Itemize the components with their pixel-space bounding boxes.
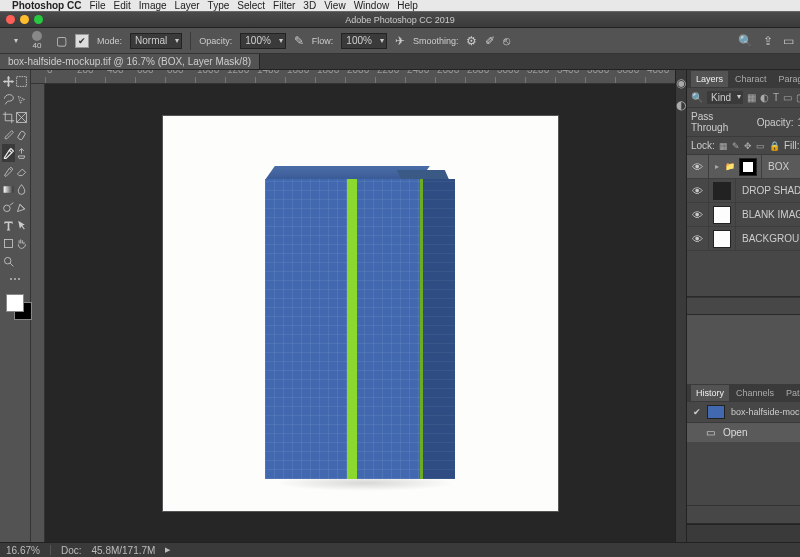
tab-history[interactable]: History xyxy=(691,385,729,401)
frame-tool[interactable] xyxy=(15,108,28,126)
tool-preset-picker[interactable]: ▾ xyxy=(14,36,18,45)
adjustments-panel-icon[interactable]: ◐ xyxy=(676,98,686,112)
tab-character[interactable]: Charact xyxy=(730,71,772,87)
tab-paragraph[interactable]: Paragra xyxy=(774,71,800,87)
history-state[interactable]: ▭ Open xyxy=(687,423,800,442)
filter-shape-icon[interactable]: ▭ xyxy=(783,92,792,103)
layer-visibility-toggle[interactable]: 👁 xyxy=(687,227,709,250)
lasso-tool[interactable] xyxy=(2,90,15,108)
workspace-switcher-icon[interactable]: ▭ xyxy=(783,34,794,48)
layer-thumbs xyxy=(709,227,736,250)
gradient-tool[interactable] xyxy=(2,180,15,198)
history-snapshot[interactable]: ✔ box-halfside-mockup.tif xyxy=(687,402,800,423)
viewport[interactable] xyxy=(45,84,675,542)
menu-type[interactable]: Type xyxy=(208,0,230,11)
brush-tool[interactable] xyxy=(2,144,15,162)
pressure-opacity-icon[interactable]: ✎ xyxy=(294,34,304,48)
menu-edit[interactable]: Edit xyxy=(114,0,131,11)
brush-preset-picker[interactable]: 40 xyxy=(26,30,48,52)
layer-name[interactable]: BOX xyxy=(762,161,789,172)
menu-view[interactable]: View xyxy=(324,0,346,11)
hand-tool[interactable] xyxy=(15,234,28,252)
type-tool[interactable] xyxy=(2,216,15,234)
filter-pixel-icon[interactable]: ▦ xyxy=(747,92,756,103)
dodge-tool[interactable] xyxy=(2,198,15,216)
horizontal-ruler[interactable] xyxy=(31,70,675,84)
foreground-color-well[interactable] xyxy=(6,294,24,312)
airbrush-icon[interactable]: ✈ xyxy=(395,34,405,48)
menu-layer[interactable]: Layer xyxy=(175,0,200,11)
menu-filter[interactable]: Filter xyxy=(273,0,295,11)
blend-mode-dropdown[interactable]: Normal xyxy=(130,33,182,49)
marquee-tool[interactable] xyxy=(15,72,28,90)
search-icon[interactable]: 🔍 xyxy=(738,34,753,48)
layer-visibility-toggle[interactable]: 👁 xyxy=(687,179,709,202)
menu-3d[interactable]: 3D xyxy=(303,0,316,11)
tab-layers[interactable]: Layers xyxy=(691,71,728,87)
zoom-tool[interactable] xyxy=(2,252,15,270)
layer-thumb[interactable] xyxy=(713,182,731,200)
vertical-ruler[interactable] xyxy=(31,84,45,542)
filter-smart-icon[interactable]: ▢ xyxy=(796,92,800,103)
smoothing-gear-icon[interactable]: ⚙ xyxy=(466,34,477,48)
opacity-dropdown[interactable]: 100% xyxy=(240,33,286,49)
symmetry-icon[interactable]: ⎋ xyxy=(503,34,510,48)
layer-row[interactable]: 👁▸📁BOX xyxy=(687,155,800,179)
eraser-tool[interactable] xyxy=(15,162,28,180)
healing-tool[interactable] xyxy=(15,126,28,144)
lock-artboard-icon[interactable]: ▭ xyxy=(756,141,765,151)
menu-window[interactable]: Window xyxy=(354,0,390,11)
menu-help[interactable]: Help xyxy=(397,0,418,11)
lock-pixels-icon[interactable]: ✎ xyxy=(732,141,740,151)
blend-mode-dropdown[interactable]: Pass Through xyxy=(691,111,753,133)
layer-visibility-toggle[interactable]: 👁 xyxy=(687,203,709,226)
pen-tool[interactable] xyxy=(15,198,28,216)
filter-icon[interactable]: 🔍 xyxy=(691,92,703,103)
toolbox: ⋯ xyxy=(0,70,31,542)
lock-transparency-icon[interactable]: ▦ xyxy=(719,141,728,151)
layer-mask-thumb[interactable] xyxy=(739,158,757,176)
document-tab[interactable]: box-halfside-mockup.tif @ 16.7% (BOX, La… xyxy=(0,54,260,69)
path-select-tool[interactable] xyxy=(15,216,28,234)
layer-thumb[interactable] xyxy=(713,206,731,224)
filter-kind-dropdown[interactable]: Kind xyxy=(707,91,743,104)
layer-name[interactable]: DROP SHADOW xyxy=(736,185,800,196)
brush-panel-toggle[interactable]: ▢ xyxy=(56,34,67,48)
airbrush-toggle[interactable]: ✔ xyxy=(75,34,89,48)
doc-info-value[interactable]: 45.8M/171.7M xyxy=(91,545,155,556)
clone-stamp-tool[interactable] xyxy=(15,144,28,162)
group-disclosure-icon[interactable]: ▸ xyxy=(713,162,721,171)
layer-row[interactable]: 👁BACKGROUND xyxy=(687,227,800,251)
history-brush-source-icon[interactable]: ✔ xyxy=(693,407,701,417)
menu-select[interactable]: Select xyxy=(237,0,265,11)
layer-name[interactable]: BACKGROUND xyxy=(736,233,800,244)
menu-file[interactable]: File xyxy=(89,0,105,11)
flow-dropdown[interactable]: 100% xyxy=(341,33,387,49)
doc-info-flyout-icon[interactable]: ▶ xyxy=(165,546,170,554)
color-panel-icon[interactable]: ◉ xyxy=(676,76,686,90)
app-name[interactable]: Photoshop CC xyxy=(12,0,81,11)
layer-row[interactable]: 👁BLANK IMAGE xyxy=(687,203,800,227)
filter-adjust-icon[interactable]: ◐ xyxy=(760,92,769,103)
blur-tool[interactable] xyxy=(15,180,28,198)
tab-paths[interactable]: Paths xyxy=(781,385,800,401)
shape-tool[interactable] xyxy=(2,234,15,252)
zoom-level[interactable]: 16.67% xyxy=(6,545,40,556)
layer-visibility-toggle[interactable]: 👁 xyxy=(687,155,709,178)
crop-tool[interactable] xyxy=(2,108,15,126)
tab-channels[interactable]: Channels xyxy=(731,385,779,401)
pressure-size-icon[interactable]: ✐ xyxy=(485,34,495,48)
lock-all-icon[interactable]: 🔒 xyxy=(769,141,780,151)
history-brush-tool[interactable] xyxy=(2,162,15,180)
move-tool[interactable] xyxy=(2,72,15,90)
menu-image[interactable]: Image xyxy=(139,0,167,11)
filter-type-icon[interactable]: T xyxy=(773,92,779,103)
layer-row[interactable]: 👁DROP SHADOW xyxy=(687,179,800,203)
layer-name[interactable]: BLANK IMAGE xyxy=(736,209,800,220)
share-icon[interactable]: ⇪ xyxy=(763,34,773,48)
eyedropper-tool[interactable] xyxy=(2,126,15,144)
lock-position-icon[interactable]: ✥ xyxy=(744,141,752,151)
edit-toolbar[interactable]: ⋯ xyxy=(2,270,28,288)
layer-thumb[interactable] xyxy=(713,230,731,248)
quick-select-tool[interactable] xyxy=(15,90,28,108)
